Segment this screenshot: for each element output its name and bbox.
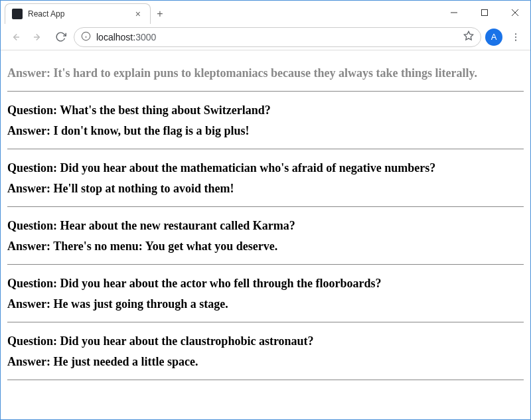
new-tab-button[interactable]: + [151,3,169,24]
joke-answer: Answer: I don't know, but the flag is a … [7,124,524,138]
svg-point-16 [515,36,516,37]
browser-toolbar: localhost:3000 A [1,24,530,50]
joke-question: Question: What's the best thing about Sw… [7,104,524,117]
svg-marker-14 [464,31,473,40]
tab-close-icon[interactable]: × [133,9,143,19]
joke-item: Question: Did you hear about the actor w… [7,265,524,322]
maximize-button[interactable] [469,1,500,24]
avatar-letter: A [491,32,497,42]
joke-answer: Answer: It's hard to explain puns to kle… [7,66,524,80]
joke-question: Question: Did you hear about the actor w… [7,277,524,291]
joke-answer: Answer: He just needed a little space. [7,355,524,369]
joke-answer: Answer: He'll stop at nothing to avoid t… [7,182,524,196]
joke-item: Answer: It's hard to explain puns to kle… [7,54,524,92]
browser-menu-button[interactable] [506,32,525,42]
joke-item: Question: What's the best thing about Sw… [7,92,524,149]
svg-rect-4 [12,9,23,19]
close-window-button[interactable] [500,1,530,24]
site-info-icon[interactable] [81,31,91,43]
profile-avatar[interactable]: A [485,29,502,46]
joke-question: Question: Hear about the new restaurant … [7,219,524,233]
bookmark-star-icon[interactable] [463,31,474,43]
minimize-button[interactable] [439,1,469,24]
joke-item: Question: Did you hear about the mathema… [7,149,524,207]
url-port: 3000 [135,32,156,42]
svg-rect-6 [482,9,488,15]
joke-question: Question: Did you hear about the mathema… [7,161,524,175]
address-bar[interactable]: localhost:3000 [74,27,481,47]
svg-point-17 [515,39,516,40]
joke-answer: Answer: He was just going through a stag… [7,297,524,311]
reload-button[interactable] [51,28,70,46]
react-favicon-icon [12,9,23,19]
joke-item: Question: Did you hear about the claustr… [7,322,524,380]
joke-answer: Answer: There's no menu: You get what yo… [7,240,524,253]
url-text: localhost:3000 [96,32,458,42]
window-controls [439,1,530,24]
url-host: localhost: [96,32,135,42]
page-viewport[interactable]: Answer: It's hard to explain puns to kle… [1,50,530,419]
browser-tab[interactable]: React App × [5,3,151,24]
joke-question: Question: Did you hear about the claustr… [7,334,524,348]
browser-titlebar: React App × + [1,1,530,24]
svg-point-15 [515,33,516,35]
page-content: Answer: It's hard to explain puns to kle… [1,50,530,384]
back-button[interactable] [6,28,25,46]
forward-button[interactable] [29,28,47,46]
tab-title: React App [28,9,133,19]
joke-item: Question: Hear about the new restaurant … [7,207,524,265]
